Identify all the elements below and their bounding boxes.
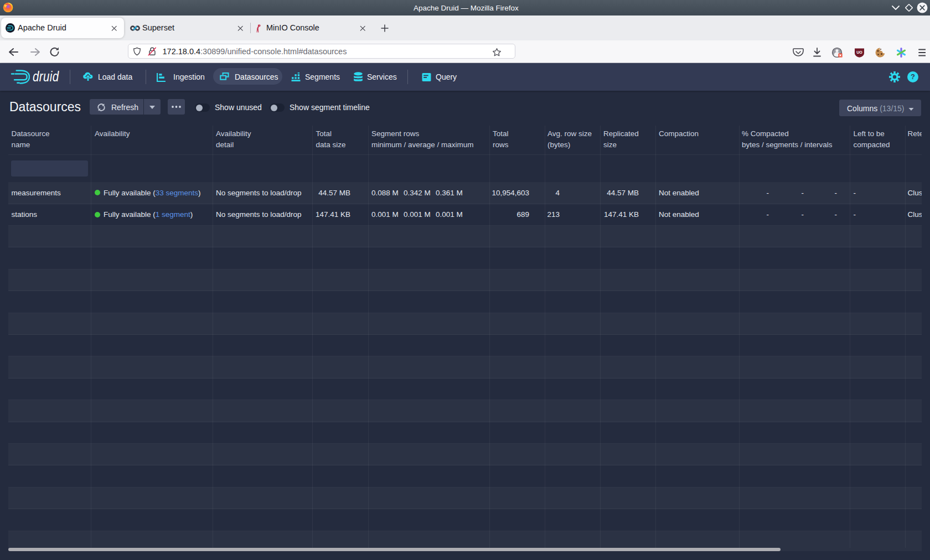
svg-text:UO: UO bbox=[856, 50, 862, 54]
